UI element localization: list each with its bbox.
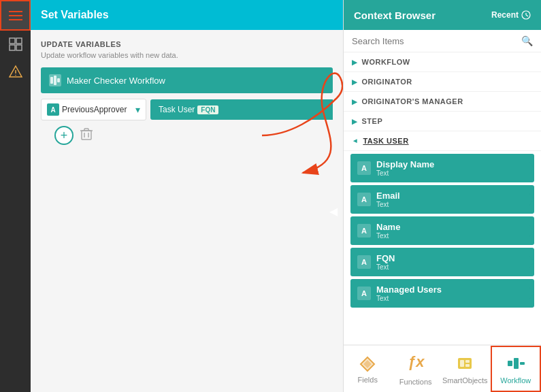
search-input[interactable] — [352, 36, 517, 46]
section-arrow-icon: ▶ — [352, 59, 358, 66]
workflow-item[interactable]: Maker Checker Workflow — [41, 67, 333, 93]
right-panel: Context Browser Recent 🔍 ▶ WORKFLOW ▶ OR… — [344, 0, 541, 392]
context-item-display-name[interactable]: A Display Name Text — [350, 154, 534, 182]
svg-rect-1 — [16, 38, 22, 44]
section-arrow-icon: ▶ — [352, 118, 358, 125]
workflow-item-label: Maker Checker Workflow — [67, 76, 165, 86]
delete-variable-button[interactable] — [80, 127, 93, 144]
svg-rect-3 — [16, 45, 22, 50]
trash-icon — [80, 127, 93, 141]
context-list: ▶ WORKFLOW ▶ ORIGINATOR ▶ ORIGINATOR'S M… — [344, 52, 541, 344]
tab-fields[interactable]: Fields — [344, 346, 391, 392]
fields-icon — [358, 355, 377, 374]
var-a-badge: A — [47, 103, 59, 116]
variable-row: A PreviousApprover ▾ Task User FQN ◀ — [41, 99, 333, 120]
warning-icon — [9, 65, 22, 78]
tab-functions-label: Functions — [399, 378, 432, 386]
item-a-badge: A — [357, 193, 371, 206]
section-arrow-icon: ▶ — [352, 78, 358, 86]
item-a-badge: A — [357, 287, 371, 300]
item-text-display-name: Display Name Text — [376, 159, 527, 177]
svg-rect-28 — [465, 364, 470, 367]
left-sidebar — [0, 0, 31, 392]
hamburger-icon — [9, 11, 22, 20]
context-item-email[interactable]: A Email Text — [350, 185, 534, 214]
arrow-indicator-icon: ◀ — [329, 205, 338, 218]
section-desc: Update workflow variables with new data. — [41, 51, 333, 59]
item-text-name: Name Text — [376, 222, 527, 240]
warning-button[interactable] — [0, 58, 31, 85]
section-task-user-label: TASK USER — [363, 137, 408, 145]
workflow-item-icon — [49, 74, 61, 86]
item-a-badge: A — [357, 161, 371, 175]
context-browser-header: Context Browser Recent — [344, 0, 541, 30]
context-item-managed-users[interactable]: A Managed Users Text — [350, 279, 534, 308]
variable-value-box[interactable]: Task User FQN ◀ — [150, 99, 333, 120]
main-header: Set Variables — [31, 0, 343, 30]
smartobjects-icon — [455, 354, 474, 374]
search-icon: 🔍 — [521, 35, 533, 46]
tab-smartobjects[interactable]: SmartObjects — [440, 346, 491, 392]
value-label: Task User — [159, 105, 195, 114]
bottom-tabs: Fields ƒx Functions SmartObjects — [344, 344, 541, 392]
svg-rect-26 — [460, 360, 464, 367]
tab-workflow-label: Workflow — [500, 376, 531, 385]
svg-rect-8 — [54, 76, 56, 85]
item-text-managed-users: Managed Users Text — [376, 284, 527, 302]
svg-point-6 — [15, 75, 16, 76]
section-step-label: STEP — [362, 117, 383, 125]
recent-button[interactable]: Recent — [491, 10, 531, 20]
action-row: + — [41, 126, 333, 145]
functions-icon: ƒx — [406, 352, 425, 375]
section-workflow[interactable]: ▶ WORKFLOW — [344, 52, 541, 72]
menu-button[interactable] — [0, 0, 31, 31]
section-workflow-label: WORKFLOW — [362, 58, 410, 66]
svg-rect-2 — [10, 45, 15, 50]
dropdown-arrow-icon[interactable]: ▾ — [135, 104, 140, 115]
item-text-fqn: FQN Text — [376, 253, 527, 271]
item-a-badge: A — [357, 255, 371, 269]
svg-rect-10 — [82, 131, 91, 140]
main-content: UPDATE VARIABLES Update workflow variabl… — [31, 30, 343, 392]
section-originators-manager-label: ORIGINATOR'S MANAGER — [362, 97, 463, 105]
search-bar: 🔍 — [344, 30, 541, 52]
variable-name: PreviousApprover — [62, 105, 133, 114]
section-title: UPDATE VARIABLES — [41, 40, 333, 48]
svg-rect-7 — [50, 77, 53, 84]
recent-label: Recent — [491, 10, 519, 20]
layout-button[interactable] — [0, 31, 31, 58]
section-originators-manager[interactable]: ▶ ORIGINATOR'S MANAGER — [344, 92, 541, 112]
svg-rect-9 — [57, 78, 60, 82]
svg-text:ƒx: ƒx — [408, 353, 425, 370]
workflow-tab-icon — [506, 354, 525, 374]
section-step[interactable]: ▶ STEP — [344, 112, 541, 131]
svg-line-20 — [526, 15, 528, 16]
section-originator[interactable]: ▶ ORIGINATOR — [344, 72, 541, 92]
section-originator-label: ORIGINATOR — [362, 78, 412, 86]
tab-smartobjects-label: SmartObjects — [442, 376, 488, 385]
item-text-email: Email Text — [376, 191, 527, 208]
variable-label-box[interactable]: A PreviousApprover ▾ — [41, 99, 146, 120]
context-item-name[interactable]: A Name Text — [350, 216, 534, 245]
main-panel: Set Variables UPDATE VARIABLES Update wo… — [31, 0, 344, 392]
section-task-user[interactable]: ▼ TASK USER — [344, 131, 541, 151]
layout-icon — [9, 37, 22, 51]
svg-rect-0 — [10, 38, 15, 44]
svg-rect-30 — [514, 358, 519, 369]
svg-rect-27 — [465, 360, 470, 363]
tab-fields-label: Fields — [358, 376, 378, 384]
add-variable-button[interactable]: + — [54, 126, 73, 145]
item-a-badge: A — [357, 224, 371, 238]
section-arrow-expanded-icon: ▼ — [352, 137, 359, 144]
svg-rect-31 — [520, 362, 525, 365]
tab-workflow[interactable]: Workflow — [491, 346, 541, 392]
section-arrow-icon: ▶ — [352, 98, 358, 105]
clock-icon — [521, 10, 531, 20]
context-item-fqn[interactable]: A FQN Text — [350, 248, 534, 276]
svg-rect-29 — [508, 361, 512, 366]
context-browser-title: Context Browser — [354, 10, 436, 21]
tab-functions[interactable]: ƒx Functions — [391, 346, 439, 392]
fqn-badge: FQN — [197, 105, 218, 114]
main-title: Set Variables — [41, 9, 109, 21]
